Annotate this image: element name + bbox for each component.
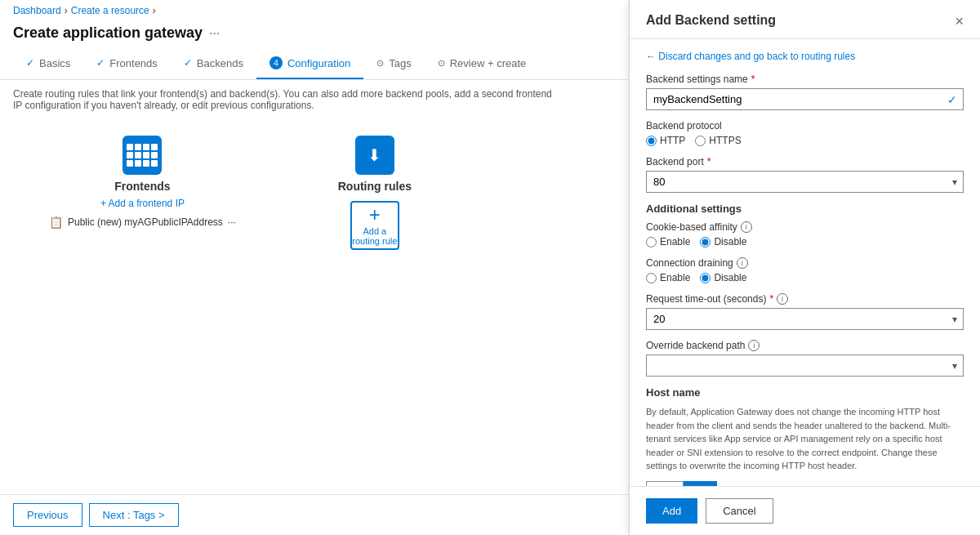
panel-close-button[interactable]: × (955, 13, 964, 30)
frontend-item: 📋 Public (new) myAGPublicIPAddress ··· (49, 216, 236, 229)
required-indicator: * (751, 74, 755, 85)
cookie-affinity-enable-radio[interactable] (646, 237, 657, 247)
tab-configuration-number: 4 (270, 56, 283, 69)
panel-body: ← Discard changes and go back to routing… (630, 39, 980, 266)
tab-frontends-check-icon: ✓ (96, 57, 105, 69)
protocol-http-option[interactable]: HTTP (646, 135, 685, 146)
cookie-affinity-enable-label: Enable (660, 236, 690, 247)
tab-backends-label: Backends (197, 57, 243, 69)
breadcrumb-create-resource[interactable]: Create a resource (71, 5, 149, 16)
backend-protocol-row: Backend protocol HTTP HTTPS (646, 120, 964, 146)
backend-port-select[interactable]: 80 443 (646, 171, 964, 193)
tab-frontends-label: Frontends (109, 57, 158, 69)
tab-review-label: Review + create (450, 57, 527, 69)
backend-port-required: * (707, 156, 711, 167)
tab-review[interactable]: ⊙ Review + create (425, 49, 540, 79)
frontend-item-label: Public (new) myAGPublicIPAddress (68, 216, 223, 228)
add-backend-setting-panel: Add Backend setting × ← Discard changes … (629, 0, 980, 266)
routing-rules-title: Routing rules (338, 180, 412, 193)
protocol-http-label: HTTP (660, 135, 685, 146)
breadcrumb-dashboard[interactable]: Dashboard (13, 5, 61, 16)
add-frontend-ip-link[interactable]: + Add a frontend IP (100, 198, 185, 209)
cookie-affinity-disable-radio[interactable] (700, 237, 710, 247)
tab-frontends[interactable]: ✓ Frontends (83, 49, 171, 79)
backend-settings-name-label: Backend settings name * (646, 74, 964, 85)
tab-basics-label: Basics (39, 57, 70, 69)
additional-settings-heading: Additional settings (646, 203, 964, 215)
backend-settings-name-input[interactable] (646, 88, 964, 110)
backend-port-label: Backend port * (646, 156, 964, 167)
connection-draining-label: Connection draining i (646, 257, 964, 266)
back-to-routing-rules-link[interactable]: ← Discard changes and go back to routing… (646, 51, 964, 62)
backend-port-row: Backend port * 80 443 (646, 156, 964, 193)
routing-rules-section: ⬇ Routing rules + Add a routing rule (301, 136, 448, 250)
breadcrumb-sep-2: › (153, 5, 156, 16)
add-rule-label: Add a routing rule (352, 226, 398, 246)
tab-tags-icon: ⊙ (376, 58, 384, 69)
frontend-item-dots[interactable]: ··· (228, 216, 236, 228)
tab-backends[interactable]: ✓ Backends (171, 49, 256, 79)
backend-port-select-wrap: 80 443 (646, 171, 964, 193)
protocol-http-radio[interactable] (646, 136, 657, 146)
panel-header: Add Backend setting × (630, 0, 980, 39)
frontends-title: Frontends (114, 180, 170, 193)
frontends-grid-icon (122, 139, 163, 172)
frontends-icon-wrap (122, 136, 162, 175)
cookie-affinity-info-icon[interactable]: i (741, 221, 752, 233)
tab-review-icon: ⊙ (438, 58, 445, 69)
backend-protocol-label: Backend protocol (646, 120, 964, 132)
routing-rules-download-icon: ⬇ (368, 145, 381, 165)
frontend-item-icon: 📋 (49, 216, 63, 229)
page-title: Create application gateway (13, 25, 203, 42)
cookie-based-affinity-row: Cookie-based affinity i Enable Disable (646, 221, 964, 247)
tab-tags-label: Tags (389, 57, 411, 69)
more-options-icon[interactable]: ··· (209, 26, 220, 41)
tab-basics[interactable]: ✓ Basics (13, 49, 83, 79)
tab-basics-check-icon: ✓ (26, 57, 34, 69)
add-routing-rule-button[interactable]: + Add a routing rule (350, 201, 399, 250)
tab-backends-check-icon: ✓ (184, 57, 192, 69)
cookie-affinity-radio-group: Enable Disable (646, 236, 964, 247)
connection-draining-info-icon[interactable]: i (737, 257, 748, 266)
page-description: Create routing rules that link your fron… (0, 80, 572, 119)
cookie-affinity-disable-label: Disable (714, 236, 746, 247)
routing-rules-icon-wrap: ⬇ (355, 136, 394, 175)
tab-tags[interactable]: ⊙ Tags (363, 49, 424, 79)
tab-configuration-label: Configuration (287, 57, 350, 69)
backend-settings-name-input-wrap: ✓ (646, 88, 964, 110)
frontends-section: Frontends + Add a frontend IP 📋 Public (… (49, 136, 236, 229)
panel-title: Add Backend setting (646, 13, 776, 28)
protocol-https-option[interactable]: HTTPS (695, 135, 741, 146)
protocol-https-label: HTTPS (709, 135, 741, 146)
protocol-https-radio[interactable] (695, 136, 706, 146)
backend-protocol-radio-group: HTTP HTTPS (646, 135, 964, 146)
backend-settings-name-row: Backend settings name * ✓ (646, 74, 964, 110)
connection-draining-row: Connection draining i Enable Disable (646, 257, 964, 266)
breadcrumb-sep-1: › (65, 5, 68, 16)
input-check-icon: ✓ (947, 93, 957, 106)
add-rule-plus-icon: + (369, 205, 381, 225)
cookie-based-affinity-label: Cookie-based affinity i (646, 221, 964, 233)
tab-configuration[interactable]: 4 Configuration (256, 48, 363, 79)
cookie-affinity-disable[interactable]: Disable (700, 236, 746, 247)
cookie-affinity-enable[interactable]: Enable (646, 236, 690, 247)
